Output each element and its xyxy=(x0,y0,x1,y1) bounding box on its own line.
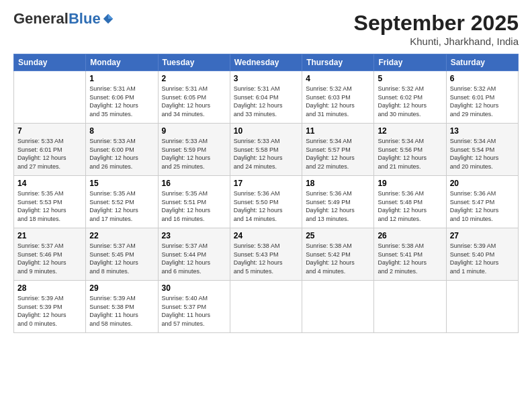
day-info: Sunrise: 5:35 AM Sunset: 5:53 PM Dayligh… xyxy=(17,189,82,223)
table-row: 20Sunrise: 5:36 AM Sunset: 5:47 PM Dayli… xyxy=(446,176,518,228)
table-row: 26Sunrise: 5:38 AM Sunset: 5:41 PM Dayli… xyxy=(374,228,446,281)
day-number: 27 xyxy=(450,231,515,240)
table-row: 14Sunrise: 5:35 AM Sunset: 5:53 PM Dayli… xyxy=(14,176,86,228)
table-row xyxy=(446,281,518,333)
day-number: 23 xyxy=(162,231,226,240)
day-info: Sunrise: 5:39 AM Sunset: 5:39 PM Dayligh… xyxy=(17,294,82,328)
table-row xyxy=(302,281,374,333)
day-info: Sunrise: 5:38 AM Sunset: 5:42 PM Dayligh… xyxy=(306,242,370,275)
day-info: Sunrise: 5:39 AM Sunset: 5:38 PM Dayligh… xyxy=(89,294,154,328)
table-row: 18Sunrise: 5:36 AM Sunset: 5:49 PM Dayli… xyxy=(302,176,374,228)
table-row: 1Sunrise: 5:31 AM Sunset: 6:06 PM Daylig… xyxy=(86,71,158,124)
month-title: September 2025 xyxy=(354,11,519,36)
day-info: Sunrise: 5:33 AM Sunset: 5:59 PM Dayligh… xyxy=(162,137,226,171)
day-number: 8 xyxy=(89,126,154,136)
day-info: Sunrise: 5:36 AM Sunset: 5:49 PM Dayligh… xyxy=(306,189,370,223)
day-info: Sunrise: 5:35 AM Sunset: 5:52 PM Dayligh… xyxy=(89,189,154,223)
day-info: Sunrise: 5:34 AM Sunset: 5:57 PM Dayligh… xyxy=(306,137,370,171)
day-number: 7 xyxy=(17,126,82,136)
col-thursday: Thursday xyxy=(302,54,374,71)
page-header: GeneralBlue September 2025 Khunti, Jhark… xyxy=(13,11,519,47)
day-info: Sunrise: 5:36 AM Sunset: 5:50 PM Dayligh… xyxy=(234,189,298,223)
table-row: 6Sunrise: 5:32 AM Sunset: 6:01 PM Daylig… xyxy=(446,71,518,124)
table-row: 19Sunrise: 5:36 AM Sunset: 5:48 PM Dayli… xyxy=(374,176,446,228)
col-sunday: Sunday xyxy=(14,54,86,71)
table-row: 28Sunrise: 5:39 AM Sunset: 5:39 PM Dayli… xyxy=(14,281,86,333)
table-row: 9Sunrise: 5:33 AM Sunset: 5:59 PM Daylig… xyxy=(158,124,230,176)
day-number: 3 xyxy=(234,74,298,83)
calendar-week-5: 28Sunrise: 5:39 AM Sunset: 5:39 PM Dayli… xyxy=(14,281,519,333)
col-wednesday: Wednesday xyxy=(230,54,302,71)
table-row: 15Sunrise: 5:35 AM Sunset: 5:52 PM Dayli… xyxy=(86,176,158,228)
col-saturday: Saturday xyxy=(446,54,518,71)
table-row: 22Sunrise: 5:37 AM Sunset: 5:45 PM Dayli… xyxy=(86,228,158,281)
day-number: 24 xyxy=(234,231,298,240)
table-row: 30Sunrise: 5:40 AM Sunset: 5:37 PM Dayli… xyxy=(158,281,230,333)
table-row: 7Sunrise: 5:33 AM Sunset: 6:01 PM Daylig… xyxy=(14,124,86,176)
day-info: Sunrise: 5:38 AM Sunset: 5:43 PM Dayligh… xyxy=(234,242,298,275)
day-info: Sunrise: 5:34 AM Sunset: 5:56 PM Dayligh… xyxy=(378,137,442,171)
table-row: 21Sunrise: 5:37 AM Sunset: 5:46 PM Dayli… xyxy=(14,228,86,281)
day-info: Sunrise: 5:31 AM Sunset: 6:04 PM Dayligh… xyxy=(234,85,298,118)
table-row: 11Sunrise: 5:34 AM Sunset: 5:57 PM Dayli… xyxy=(302,124,374,176)
calendar-header-row: Sunday Monday Tuesday Wednesday Thursday… xyxy=(14,54,519,71)
day-info: Sunrise: 5:39 AM Sunset: 5:40 PM Dayligh… xyxy=(450,242,515,275)
table-row: 12Sunrise: 5:34 AM Sunset: 5:56 PM Dayli… xyxy=(374,124,446,176)
calendar-week-1: 1Sunrise: 5:31 AM Sunset: 6:06 PM Daylig… xyxy=(14,71,519,124)
calendar-week-2: 7Sunrise: 5:33 AM Sunset: 6:01 PM Daylig… xyxy=(14,124,519,176)
table-row: 10Sunrise: 5:33 AM Sunset: 5:58 PM Dayli… xyxy=(230,124,302,176)
day-number: 29 xyxy=(89,283,154,293)
day-number: 5 xyxy=(378,74,442,83)
day-info: Sunrise: 5:33 AM Sunset: 5:58 PM Dayligh… xyxy=(234,137,298,171)
day-info: Sunrise: 5:32 AM Sunset: 6:01 PM Dayligh… xyxy=(450,85,515,118)
table-row: 8Sunrise: 5:33 AM Sunset: 6:00 PM Daylig… xyxy=(86,124,158,176)
day-number: 2 xyxy=(162,74,226,83)
day-number: 16 xyxy=(162,179,226,188)
day-number: 30 xyxy=(162,283,226,293)
calendar-week-3: 14Sunrise: 5:35 AM Sunset: 5:53 PM Dayli… xyxy=(14,176,519,228)
day-info: Sunrise: 5:31 AM Sunset: 6:06 PM Dayligh… xyxy=(89,85,154,118)
day-info: Sunrise: 5:36 AM Sunset: 5:47 PM Dayligh… xyxy=(450,189,515,223)
logo-text: GeneralBlue xyxy=(13,11,101,27)
location: Khunti, Jharkhand, India xyxy=(354,36,519,47)
day-info: Sunrise: 5:37 AM Sunset: 5:45 PM Dayligh… xyxy=(89,242,154,275)
table-row: 13Sunrise: 5:34 AM Sunset: 5:54 PM Dayli… xyxy=(446,124,518,176)
col-friday: Friday xyxy=(374,54,446,71)
table-row: 3Sunrise: 5:31 AM Sunset: 6:04 PM Daylig… xyxy=(230,71,302,124)
day-number: 1 xyxy=(89,74,154,83)
calendar-week-4: 21Sunrise: 5:37 AM Sunset: 5:46 PM Dayli… xyxy=(14,228,519,281)
table-row: 4Sunrise: 5:32 AM Sunset: 6:03 PM Daylig… xyxy=(302,71,374,124)
table-row: 24Sunrise: 5:38 AM Sunset: 5:43 PM Dayli… xyxy=(230,228,302,281)
table-row: 16Sunrise: 5:35 AM Sunset: 5:51 PM Dayli… xyxy=(158,176,230,228)
table-row: 25Sunrise: 5:38 AM Sunset: 5:42 PM Dayli… xyxy=(302,228,374,281)
table-row: 23Sunrise: 5:37 AM Sunset: 5:44 PM Dayli… xyxy=(158,228,230,281)
day-info: Sunrise: 5:38 AM Sunset: 5:41 PM Dayligh… xyxy=(378,242,442,275)
table-row: 29Sunrise: 5:39 AM Sunset: 5:38 PM Dayli… xyxy=(86,281,158,333)
col-tuesday: Tuesday xyxy=(158,54,230,71)
day-number: 21 xyxy=(17,231,82,240)
day-info: Sunrise: 5:36 AM Sunset: 5:48 PM Dayligh… xyxy=(378,189,442,223)
day-number: 4 xyxy=(306,74,370,83)
day-info: Sunrise: 5:31 AM Sunset: 6:05 PM Dayligh… xyxy=(162,85,226,118)
day-number: 10 xyxy=(234,126,298,136)
day-number: 28 xyxy=(17,283,82,293)
day-number: 22 xyxy=(89,231,154,240)
table-row: 5Sunrise: 5:32 AM Sunset: 6:02 PM Daylig… xyxy=(374,71,446,124)
day-info: Sunrise: 5:32 AM Sunset: 6:03 PM Dayligh… xyxy=(306,85,370,118)
day-number: 12 xyxy=(378,126,442,136)
title-block: September 2025 Khunti, Jharkhand, India xyxy=(354,11,519,47)
day-info: Sunrise: 5:37 AM Sunset: 5:46 PM Dayligh… xyxy=(17,242,82,275)
logo-icon xyxy=(102,13,114,25)
day-number: 15 xyxy=(89,179,154,188)
day-number: 20 xyxy=(450,179,515,188)
day-number: 11 xyxy=(306,126,370,136)
table-row xyxy=(374,281,446,333)
day-number: 6 xyxy=(450,74,515,83)
day-info: Sunrise: 5:35 AM Sunset: 5:51 PM Dayligh… xyxy=(162,189,226,223)
day-number: 17 xyxy=(234,179,298,188)
table-row: 27Sunrise: 5:39 AM Sunset: 5:40 PM Dayli… xyxy=(446,228,518,281)
col-monday: Monday xyxy=(86,54,158,71)
day-info: Sunrise: 5:34 AM Sunset: 5:54 PM Dayligh… xyxy=(450,137,515,171)
table-row: 17Sunrise: 5:36 AM Sunset: 5:50 PM Dayli… xyxy=(230,176,302,228)
day-info: Sunrise: 5:33 AM Sunset: 6:01 PM Dayligh… xyxy=(17,137,82,171)
